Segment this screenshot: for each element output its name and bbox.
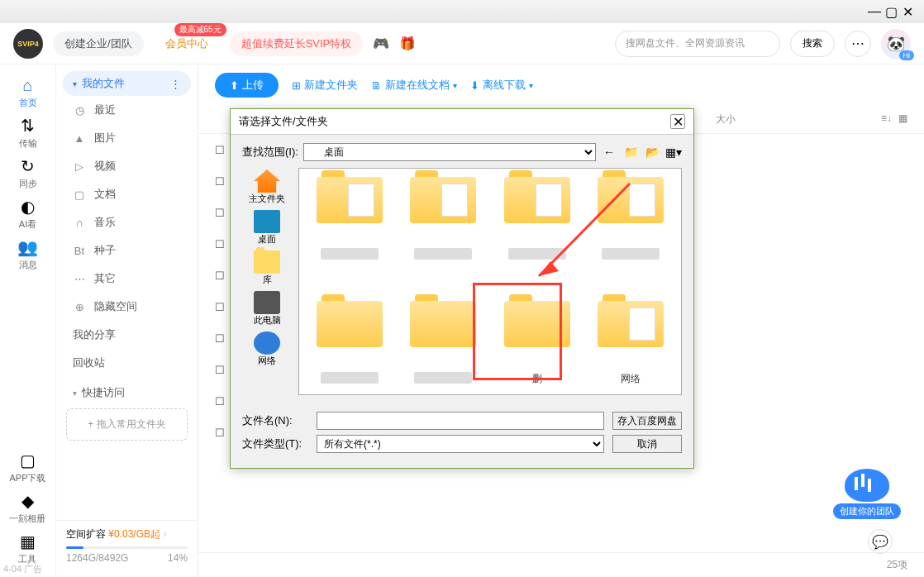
window-titlebar: — ▢ ✕ [0, 0, 924, 23]
sidebar-quick-section[interactable]: ▾ 快捷访问 [56, 377, 198, 403]
up-folder-icon[interactable]: 📁 [622, 144, 639, 160]
leftnav-消息[interactable]: 👥消息 [17, 234, 38, 274]
save-button[interactable]: 存入百度网盘 [612, 412, 682, 430]
sidebar-item-图片[interactable]: ▲图片 [56, 124, 198, 152]
place-icon [254, 291, 280, 314]
sidebar-item-最近[interactable]: ◷最近 [56, 96, 198, 124]
dialog-close-button[interactable]: ✕ [670, 114, 685, 129]
folder-label [414, 372, 472, 384]
sidebar-icon: Bt [73, 245, 86, 257]
gift-icon[interactable]: 🎁 [399, 36, 416, 51]
lookin-select[interactable]: 桌面 [303, 143, 596, 161]
folder-item[interactable]: 删 [495, 301, 579, 386]
cancel-button[interactable]: 取消 [612, 435, 682, 453]
more-button[interactable]: ⋯ [845, 31, 871, 57]
footer-count: 25项 [198, 552, 924, 577]
doc-icon: 🗎 [371, 79, 382, 92]
user-avatar[interactable]: 🐼 Hi [881, 29, 911, 59]
file-picker-dialog: 请选择文件/文件夹 ✕ 查找范围(I): 桌面 ← 📁 📂 ▦▾ 主文件夹桌面库… [230, 108, 694, 469]
grid-view-icon[interactable]: ▦ [898, 112, 907, 126]
place-库[interactable]: 库 [254, 249, 280, 288]
new-folder-button[interactable]: ⊞新建文件夹 [292, 78, 358, 93]
folder-icon [504, 301, 570, 347]
hi-badge: Hi [899, 50, 915, 60]
member-center-pill[interactable]: 会员中心 最高减65元 [154, 31, 220, 56]
search-input[interactable]: 搜网盘文件、全网资源资讯 [615, 31, 780, 57]
folder-icon [410, 177, 476, 223]
leftnav-AI看[interactable]: ◐AI看 [17, 193, 38, 234]
close-button[interactable]: ✕ [899, 4, 916, 20]
leftnav-一刻相册[interactable]: ◆一刻相册 [9, 488, 45, 528]
folder-plus-icon: ⊞ [292, 79, 301, 92]
sidebar-item-文档[interactable]: ▢文档 [56, 180, 198, 208]
sidebar-myshare[interactable]: 我的分享 [56, 321, 198, 349]
sidebar-icon: ▢ [73, 188, 86, 201]
folder-item[interactable] [402, 177, 486, 260]
place-网络[interactable]: 网络 [254, 330, 280, 369]
sidebar-item-其它[interactable]: ⋯其它 [56, 265, 198, 293]
folder-item[interactable] [307, 177, 392, 260]
folder-item[interactable]: 网络 [589, 301, 674, 386]
fab-label: 创建你的团队 [833, 503, 901, 519]
sidebar-item-音乐[interactable]: ∩音乐 [56, 208, 198, 236]
new-doc-button[interactable]: 🗎新建在线文档▾ [371, 78, 457, 93]
place-桌面[interactable]: 桌面 [254, 208, 280, 247]
sidebar-item-视频[interactable]: ▷视频 [56, 152, 198, 180]
leftnav-同步[interactable]: ↻同步 [17, 153, 38, 193]
leftnav-首页[interactable]: ⌂首页 [17, 73, 38, 112]
svip-badge[interactable]: SVIP4 [13, 29, 43, 59]
filetype-select[interactable]: 所有文件(*.*) [317, 435, 604, 453]
chat-button[interactable]: 💬 [868, 529, 893, 554]
search-button[interactable]: 搜索 [790, 31, 835, 57]
leftnav-APP下载[interactable]: ▢APP下载 [9, 447, 45, 488]
back-icon[interactable]: ← [601, 144, 617, 160]
place-icon [254, 250, 280, 274]
sidebar-recycle[interactable]: 回收站 [56, 349, 198, 377]
new-folder-icon[interactable]: 📂 [644, 144, 660, 160]
sidebar-myfiles[interactable]: ▾ 我的文件 ⋮ [63, 71, 191, 96]
nav-label: 消息 [19, 259, 37, 271]
vip-extend-pill[interactable]: 超值续费延长SVIP特权 [230, 31, 364, 56]
place-label: 库 [263, 274, 272, 286]
maximize-button[interactable]: ▢ [883, 4, 899, 20]
upload-button[interactable]: ⬆上传 [215, 73, 279, 98]
chevron-down-icon: ▾ [73, 79, 77, 88]
sidebar-icon: ⊕ [73, 301, 86, 313]
gamepad-icon[interactable]: 🎮 [373, 36, 389, 51]
place-此电脑[interactable]: 此电脑 [254, 289, 281, 328]
folder-label [321, 372, 379, 384]
place-label: 此电脑 [254, 314, 281, 327]
folder-item[interactable] [495, 177, 579, 260]
leftnav-传输[interactable]: ⇅传输 [17, 112, 38, 153]
offline-download-button[interactable]: ⬇离线下载▾ [470, 78, 533, 93]
col-size[interactable]: 大小 [716, 112, 881, 126]
sort-icon[interactable]: ≡↓ [881, 112, 892, 126]
sidebar-item-种子[interactable]: Bt种子 [56, 236, 198, 265]
sidebar-item-隐藏空间[interactable]: ⊕隐藏空间 [56, 293, 198, 321]
sidebar-icon: ⋯ [73, 273, 86, 285]
place-主文件夹[interactable]: 主文件夹 [249, 168, 285, 207]
nav-label: 首页 [19, 97, 37, 109]
minimize-button[interactable]: — [866, 4, 883, 19]
folder-item[interactable] [307, 301, 392, 386]
nav-icon: 👥 [17, 237, 38, 257]
nav-icon: ◆ [21, 491, 34, 511]
nav-icon: ⌂ [22, 76, 32, 95]
view-menu-icon[interactable]: ▦▾ [665, 144, 682, 160]
storage-expand[interactable]: 空间扩容 ¥0.03/GB起 › [66, 528, 166, 540]
sidebar-more-icon[interactable]: ⋮ [170, 78, 181, 90]
create-team-pill[interactable]: 创建企业/团队 [53, 31, 144, 56]
drag-folder-hint[interactable]: + 拖入常用文件夹 [66, 408, 188, 441]
nav-label: 同步 [19, 178, 37, 190]
bottom-ad-text: 4-04 广告 [3, 563, 42, 575]
create-team-fab[interactable]: 创建你的团队 [833, 469, 901, 519]
folder-item[interactable] [589, 177, 674, 260]
file-pane[interactable]: 删网络 [298, 168, 682, 395]
folder-icon [598, 301, 664, 347]
folder-label [321, 248, 379, 260]
folder-item[interactable] [402, 301, 486, 386]
sidebar-item-label: 种子 [94, 243, 116, 258]
filename-input[interactable] [317, 412, 604, 430]
nav-icon: ⇅ [21, 116, 35, 136]
filename-label: 文件名(N): [242, 413, 308, 428]
